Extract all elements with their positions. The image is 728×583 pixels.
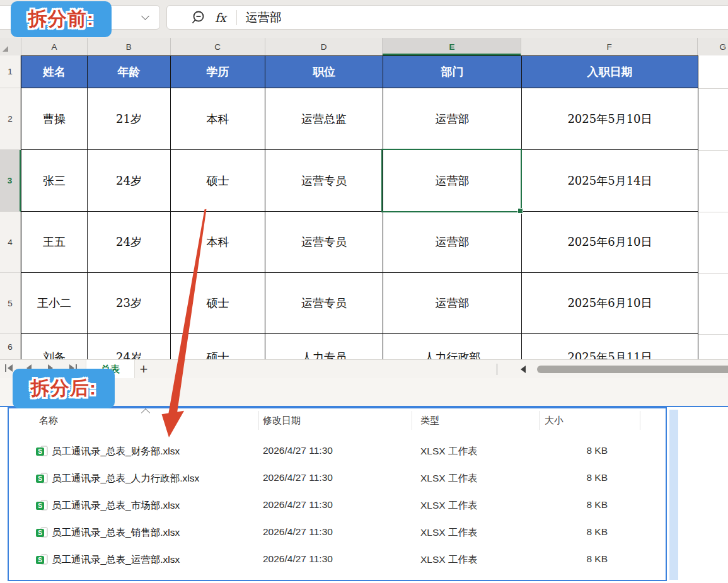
cell-B1[interactable]: 年龄 bbox=[88, 55, 171, 88]
column-header-date[interactable]: 修改日期 bbox=[263, 415, 301, 427]
file-date: 2026/4/27 11:30 bbox=[263, 472, 333, 483]
cell-A2[interactable]: 曹操 bbox=[21, 88, 88, 150]
cell-B4[interactable]: 24岁 bbox=[88, 212, 171, 273]
file-row[interactable]: S 员工通讯录_总表_财务部.xlsx 2026/4/27 11:30 XLSX… bbox=[9, 437, 664, 465]
cell-E4[interactable]: 运营部 bbox=[383, 212, 522, 273]
column-header-row: A B C D E F G bbox=[0, 38, 728, 56]
file-row[interactable]: S 员工通讯录_总表_人力行政部.xlsx 2026/4/27 11:30 XL… bbox=[9, 465, 664, 492]
cell-D5[interactable]: 运营专员 bbox=[265, 273, 383, 334]
cell-B3[interactable]: 24岁 bbox=[88, 150, 171, 212]
gridline bbox=[698, 273, 728, 274]
file-row[interactable]: S 员工通讯录_总表_市场部.xlsx 2026/4/27 11:30 XLSX… bbox=[9, 492, 664, 519]
row-header-1[interactable]: 1 bbox=[0, 55, 21, 88]
cell-A3[interactable]: 张三 bbox=[21, 150, 88, 212]
cell-D1[interactable]: 职位 bbox=[265, 55, 383, 88]
cell-E6[interactable]: 人力行政部 bbox=[383, 334, 522, 359]
column-header-type[interactable]: 类型 bbox=[420, 415, 439, 427]
cell-A4[interactable]: 王五 bbox=[21, 212, 88, 273]
file-row[interactable]: S 员工通讯录_总表_运营部.xlsx 2026/4/27 11:30 XLSX… bbox=[9, 546, 664, 573]
zoom-out-icon[interactable] bbox=[190, 9, 206, 26]
cell-F1[interactable]: 入职日期 bbox=[522, 55, 698, 88]
file-name[interactable]: 员工通讯录_总表_运营部.xlsx bbox=[52, 553, 180, 567]
cell-E5[interactable]: 运营部 bbox=[383, 273, 522, 334]
file-size: 8 KB bbox=[556, 526, 608, 538]
gridline bbox=[698, 334, 728, 335]
file-date: 2026/4/27 11:30 bbox=[263, 499, 333, 511]
col-header-C[interactable]: C bbox=[171, 38, 265, 55]
cell-C2[interactable]: 本科 bbox=[171, 88, 265, 150]
col-header-B[interactable]: B bbox=[88, 38, 171, 55]
cell-B6[interactable]: 24岁 bbox=[88, 334, 171, 359]
scroll-left-icon[interactable] bbox=[521, 366, 526, 373]
corner-triangle-icon bbox=[3, 46, 8, 52]
file-name[interactable]: 员工通讯录_总表_人力行政部.xlsx bbox=[52, 472, 199, 485]
cell-A1[interactable]: 姓名 bbox=[21, 55, 88, 88]
selected-cell-outline[interactable] bbox=[381, 149, 522, 212]
row-header-6[interactable]: 6 bbox=[0, 334, 21, 359]
select-all-corner[interactable] bbox=[0, 38, 21, 55]
cell-C6[interactable]: 硕士 bbox=[171, 334, 265, 359]
fill-handle[interactable] bbox=[517, 208, 523, 214]
cell-D3[interactable]: 运营专员 bbox=[265, 150, 383, 212]
file-date: 2026/4/27 11:30 bbox=[263, 553, 333, 565]
col-header-G[interactable]: G bbox=[698, 38, 728, 55]
file-size: 8 KB bbox=[556, 472, 608, 483]
file-name[interactable]: 员工通讯录_总表_销售部.xlsx bbox=[52, 526, 180, 540]
xlsx-file-icon: S bbox=[36, 554, 49, 565]
file-row[interactable]: S 员工通讯录_总表_销售部.xlsx 2026/4/27 11:30 XLSX… bbox=[9, 519, 664, 546]
cell-F3[interactable]: 2025年5月14日 bbox=[522, 150, 698, 212]
cell-F4[interactable]: 2025年6月10日 bbox=[522, 212, 698, 273]
divider bbox=[236, 10, 237, 25]
chevron-down-icon[interactable] bbox=[141, 12, 149, 20]
column-header-size[interactable]: 大小 bbox=[545, 415, 563, 427]
cell-C1[interactable]: 学历 bbox=[171, 55, 265, 88]
formula-bar-value[interactable]: 运营部 bbox=[246, 9, 282, 26]
file-size: 8 KB bbox=[556, 445, 608, 456]
column-header-name[interactable]: 名称 bbox=[39, 415, 58, 427]
row-header-4[interactable]: 4 bbox=[0, 212, 21, 273]
cell-C3[interactable]: 硕士 bbox=[171, 150, 265, 212]
cell-D6[interactable]: 人力专员 bbox=[265, 334, 383, 359]
xlsx-file-icon: S bbox=[36, 527, 49, 538]
cell-A5[interactable]: 王小二 bbox=[21, 273, 88, 334]
file-type: XLSX 工作表 bbox=[420, 526, 477, 540]
file-name[interactable]: 员工通讯录_总表_市场部.xlsx bbox=[52, 499, 180, 512]
cell-C4[interactable]: 本科 bbox=[171, 212, 265, 273]
add-sheet-button[interactable]: + bbox=[135, 360, 153, 379]
cell-F6[interactable]: 2025年5月11日 bbox=[522, 334, 698, 359]
horizontal-scrollbar[interactable] bbox=[537, 366, 728, 373]
col-header-E[interactable]: E bbox=[383, 38, 521, 55]
cell-B2[interactable]: 21岁 bbox=[88, 88, 171, 150]
formula-bar[interactable]: fx 运营部 bbox=[166, 5, 728, 30]
file-explorer-panel: 名称 修改日期 类型 大小 S 员工通讯录_总表_财务部.xlsx 2026/4… bbox=[8, 407, 667, 581]
explorer-scrollbar[interactable] bbox=[669, 410, 678, 580]
first-sheet-button[interactable] bbox=[5, 364, 13, 372]
col-header-D[interactable]: D bbox=[265, 38, 383, 55]
divider bbox=[497, 364, 497, 375]
row-header-3[interactable]: 3 bbox=[0, 150, 21, 212]
col-header-A[interactable]: A bbox=[21, 38, 88, 55]
cell-E1[interactable]: 部门 bbox=[383, 55, 522, 88]
file-size: 8 KB bbox=[556, 499, 608, 511]
file-size: 8 KB bbox=[556, 553, 608, 565]
cell-E2[interactable]: 运营部 bbox=[383, 88, 522, 150]
fx-icon[interactable]: fx bbox=[215, 11, 226, 25]
cell-D4[interactable]: 运营专员 bbox=[265, 212, 383, 273]
gridline bbox=[698, 212, 728, 212]
file-type: XLSX 工作表 bbox=[420, 499, 477, 512]
file-type: XLSX 工作表 bbox=[420, 553, 477, 567]
file-type: XLSX 工作表 bbox=[420, 445, 477, 458]
col-header-F[interactable]: F bbox=[521, 38, 698, 55]
cell-F5[interactable]: 2025年6月10日 bbox=[522, 273, 698, 334]
cell-C5[interactable]: 硕士 bbox=[171, 273, 265, 334]
divider bbox=[640, 411, 640, 430]
file-name[interactable]: 员工通讯录_总表_财务部.xlsx bbox=[52, 445, 180, 458]
cell-A6[interactable]: 刘备 bbox=[21, 334, 88, 359]
file-date: 2026/4/27 11:30 bbox=[263, 526, 333, 538]
cell-F2[interactable]: 2025年5月10日 bbox=[522, 88, 698, 150]
row-header-2[interactable]: 2 bbox=[0, 88, 21, 150]
cell-B5[interactable]: 23岁 bbox=[88, 273, 171, 334]
divider bbox=[539, 411, 540, 430]
cell-D2[interactable]: 运营总监 bbox=[265, 88, 383, 150]
row-header-5[interactable]: 5 bbox=[0, 273, 21, 334]
